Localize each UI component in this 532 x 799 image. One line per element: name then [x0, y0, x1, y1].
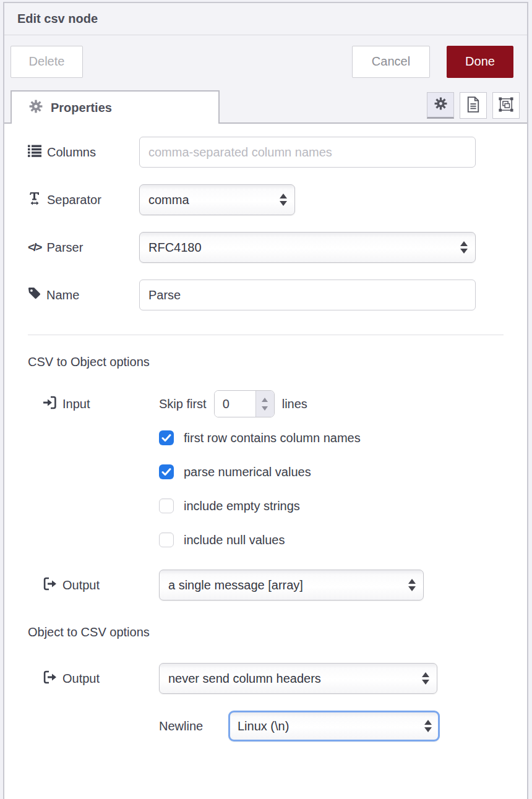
columns-input[interactable]	[139, 137, 476, 168]
checkbox-label: parse numerical values	[184, 465, 311, 479]
output-row-obj2csv: Output never send column headers	[43, 663, 527, 694]
document-icon	[466, 96, 480, 115]
delete-button[interactable]: Delete	[11, 46, 83, 78]
include-null-values-checkbox[interactable]	[159, 532, 174, 547]
separator-select[interactable]: comma	[139, 184, 295, 215]
appearance-view-button[interactable]	[492, 92, 520, 119]
properties-panel: Columns Separator	[4, 124, 527, 799]
newline-select[interactable]: Linux (\n)	[228, 711, 440, 741]
output-label: Output	[43, 577, 159, 594]
parser-select[interactable]: RFC4180	[139, 232, 476, 263]
sign-out-icon	[43, 670, 57, 687]
select-arrows-icon	[460, 241, 468, 254]
skip-first-label: Skip first	[159, 397, 207, 411]
section-divider	[28, 335, 504, 335]
input-row: Input Skip first 0 lines	[43, 390, 527, 417]
done-button[interactable]: Done	[447, 46, 513, 78]
parser-label: </> Parser	[28, 241, 139, 255]
select-arrows-icon	[280, 194, 287, 206]
lines-label: lines	[282, 397, 307, 411]
output-row-csv2obj: Output a single message [array]	[43, 570, 527, 600]
select-arrows-icon	[422, 672, 429, 685]
newline-label: Newline	[159, 719, 221, 733]
csv-to-object-heading: CSV to Object options	[28, 355, 527, 369]
dialog-title: Edit csv node	[17, 12, 98, 26]
description-view-button[interactable]	[460, 92, 487, 119]
gear-icon	[434, 97, 447, 113]
name-row: Name	[28, 280, 527, 310]
separator-label: Separator	[28, 192, 139, 208]
tab-properties-label: Properties	[51, 101, 112, 115]
text-width-icon	[28, 192, 41, 208]
tag-icon	[28, 287, 41, 303]
gear-icon	[29, 100, 43, 116]
checkbox-row: include empty strings	[159, 498, 527, 513]
parse-numerical-checkbox[interactable]	[159, 464, 174, 479]
spinner-down-icon[interactable]	[262, 406, 268, 411]
output-label: Output	[43, 670, 159, 687]
properties-view-button[interactable]	[427, 92, 454, 119]
checkbox-row: first row contains column names	[159, 430, 527, 445]
columns-label: Columns	[28, 145, 139, 160]
csv2obj-output-select[interactable]: a single message [array]	[159, 570, 424, 600]
checkbox-row: parse numerical values	[159, 464, 527, 479]
tab-bar: Properties	[4, 88, 527, 124]
first-row-names-checkbox[interactable]	[159, 430, 174, 445]
sign-in-icon	[43, 396, 57, 412]
group-selection-icon	[499, 97, 513, 114]
dialog-header: Edit csv node	[4, 3, 527, 35]
select-arrows-icon	[408, 579, 416, 591]
separator-row: Separator comma	[28, 184, 527, 215]
list-icon	[28, 145, 41, 160]
check-icon	[161, 468, 171, 476]
checkbox-label: include null values	[184, 533, 285, 547]
columns-row: Columns	[28, 137, 527, 168]
tab-properties[interactable]: Properties	[11, 90, 220, 124]
newline-row: Newline Linux (\n)	[159, 711, 527, 741]
checkbox-label: first row contains column names	[184, 431, 361, 445]
check-icon	[161, 434, 171, 442]
cancel-button[interactable]: Cancel	[352, 46, 430, 78]
sign-out-icon	[43, 577, 57, 594]
screen: Edit csv node Delete Cancel Done	[0, 0, 532, 799]
dialog-toolbar: Delete Cancel Done	[4, 35, 527, 88]
object-to-csv-heading: Object to CSV options	[28, 625, 527, 639]
input-label: Input	[43, 396, 159, 412]
tab-bar-buttons	[427, 92, 520, 119]
obj2csv-output-select[interactable]: never send column headers	[159, 663, 437, 694]
select-arrows-icon	[424, 720, 432, 732]
edit-csv-node-dialog: Edit csv node Delete Cancel Done	[3, 2, 528, 799]
skip-lines-input[interactable]: 0	[215, 391, 255, 417]
spinner-up-icon[interactable]	[262, 398, 268, 402]
parser-row: </> Parser RFC4180	[28, 232, 527, 263]
code-icon: </>	[28, 241, 41, 254]
checkbox-label: include empty strings	[184, 499, 300, 513]
checkbox-row: include null values	[159, 532, 527, 547]
name-input[interactable]	[139, 280, 476, 310]
spinner-arrows[interactable]	[255, 391, 274, 417]
name-label: Name	[28, 287, 139, 303]
include-empty-strings-checkbox[interactable]	[159, 498, 174, 513]
skip-lines-spinner: 0	[214, 390, 275, 417]
